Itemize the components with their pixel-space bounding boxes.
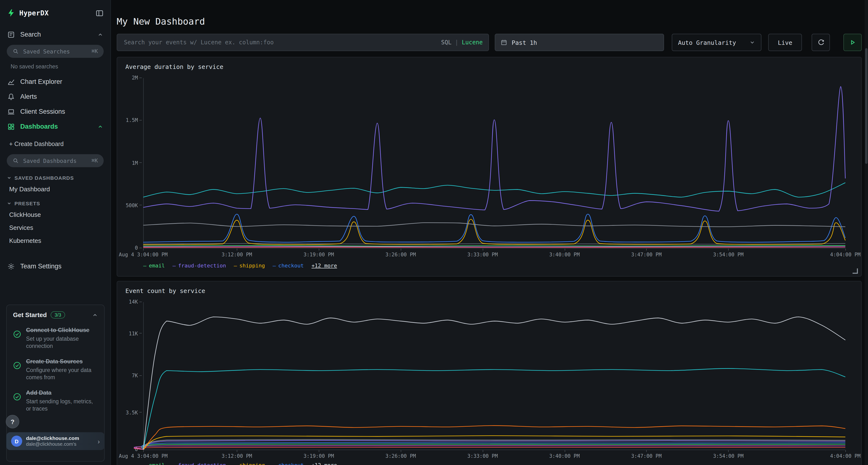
create-dashboard-button[interactable]: + Create Dashboard [0, 137, 111, 151]
user-email: dale@clickhouse.com [26, 435, 79, 441]
saved-dashboards-input[interactable] [22, 157, 88, 165]
query-language-toggle[interactable]: SQL | Lucene [441, 39, 483, 46]
panel-title: Event count by service [125, 287, 205, 294]
resize-corner-icon[interactable] [852, 268, 858, 274]
legend-item[interactable]: —email [143, 263, 165, 269]
saved-dashboards-section[interactable]: SAVED DASHBOARDS [0, 170, 111, 182]
saved-searches-search[interactable]: ⌘K [7, 45, 104, 58]
sidebar-item-alerts[interactable]: Alerts [0, 89, 111, 104]
x-tick-label: 3:33:00 PM [467, 453, 498, 459]
help-button[interactable]: ? [6, 415, 19, 428]
event-search-input[interactable] [123, 38, 437, 46]
time-range-picker[interactable]: Past 1h [495, 34, 664, 51]
hyperdx-logo-icon [7, 9, 16, 18]
search-nav-label: Search [20, 31, 41, 38]
check-circle-icon [13, 389, 22, 412]
sidebar-item-dashboards[interactable]: Dashboards [0, 119, 111, 134]
get-started-item[interactable]: Create Data Sources Configure where your… [13, 358, 98, 381]
search-nav-icon [7, 31, 15, 38]
client-sessions-label: Client Sessions [20, 108, 65, 115]
saved-dashboards-search[interactable]: ⌘K [7, 154, 104, 167]
y-tick-label: 2M [125, 75, 142, 80]
get-started-item-desc: Configure where your data comes from [26, 367, 98, 381]
get-started-item[interactable]: Add Data Start sending logs, metrics, or… [13, 389, 98, 412]
series-checkout [143, 214, 845, 242]
saved-searches-input[interactable] [22, 47, 88, 55]
x-tick-label: Aug 4 3:04:00 PM [119, 252, 167, 257]
x-tick-label: 3:54:00 PM [713, 453, 743, 459]
legend-item[interactable]: —email [143, 462, 165, 465]
granularity-select[interactable]: Auto Granularity [672, 34, 762, 51]
panel-title: Average duration by service [125, 63, 223, 70]
legend-item[interactable]: —checkout [273, 263, 304, 269]
search-icon [12, 158, 19, 164]
presets-section[interactable]: PRESETS [0, 196, 111, 208]
search-icon [12, 48, 19, 55]
chart-explorer-label: Chart Explorer [20, 78, 62, 85]
sql-toggle[interactable]: SQL [441, 39, 452, 46]
get-started-item-title: Create Data Sources [26, 358, 98, 365]
get-started-item-title: Connect to ClickHouse [26, 326, 98, 334]
get-started-item[interactable]: Connect to ClickHouse Set up your databa… [13, 326, 98, 350]
y-tick-label: 14K [125, 299, 142, 304]
sidebar-item-chart-explorer[interactable]: Chart Explorer [0, 74, 111, 89]
legend-item[interactable]: —shipping [234, 263, 265, 269]
series-email [142, 444, 845, 450]
shortcut-badge: ⌘K [92, 158, 98, 164]
user-menu[interactable]: D dale@clickhouse.com dale@clickhouse.co… [6, 432, 105, 450]
no-saved-searches-note: No saved searches [0, 61, 111, 74]
sidebar-item-search[interactable]: Search [0, 27, 111, 42]
collapse-sidebar-icon[interactable] [95, 9, 104, 17]
team-settings-label: Team Settings [20, 263, 61, 270]
refresh-button[interactable] [812, 34, 830, 51]
get-started-item-title: Add Data [26, 389, 98, 397]
legend-item[interactable]: —shipping [234, 462, 265, 465]
live-button[interactable]: Live [768, 34, 802, 51]
get-started-item-desc: Start sending logs, metrics, or traces [26, 398, 98, 413]
legend-dash-icon: — [273, 462, 276, 465]
legend-dash-icon: — [173, 462, 176, 465]
scrollbar-track[interactable] [865, 0, 868, 465]
legend-item[interactable]: —fraud-detection [173, 462, 226, 465]
scrollbar-thumb[interactable] [865, 48, 868, 164]
x-tick-label: 4:04:00 PM [830, 252, 861, 257]
legend-dash-icon: — [273, 263, 276, 269]
dashboards-grid-icon [7, 123, 15, 130]
legend-item[interactable]: —fraud-detection [173, 263, 226, 269]
chevron-up-icon[interactable] [92, 312, 98, 318]
run-query-button[interactable] [843, 34, 862, 51]
time-range-value: Past 1h [512, 39, 537, 46]
chart-legend: —email—fraud-detection—shipping—checkout… [143, 263, 337, 269]
chart-legend: —email—fraud-detection—shipping—checkout… [143, 462, 337, 465]
x-tick-label: 3:26:00 PM [385, 252, 416, 257]
legend-dash-icon: — [173, 263, 176, 269]
legend-more-link[interactable]: +12 more [311, 462, 337, 465]
series-teal [143, 368, 845, 450]
sidebar-item-clickhouse[interactable]: ClickHouse [0, 208, 111, 221]
lucene-toggle[interactable]: Lucene [462, 39, 483, 46]
x-tick-label: 4:04:00 PM [830, 453, 861, 459]
series-email [143, 245, 845, 246]
sidebar-item-services[interactable]: Services [0, 221, 111, 234]
sidebar-item-my-dashboard[interactable]: My Dashboard [0, 182, 111, 196]
chart-plot[interactable] [143, 302, 845, 450]
y-tick-label: 1M [125, 160, 142, 166]
x-tick-label: 3:19:00 PM [304, 252, 334, 257]
x-tick-label: 3:40:00 PM [549, 252, 580, 257]
get-started-title: Get Started [13, 311, 47, 319]
legend-item[interactable]: —checkout [273, 462, 304, 465]
x-tick-label: 3:47:00 PM [631, 252, 661, 257]
sidebar-item-client-sessions[interactable]: Client Sessions [0, 104, 111, 119]
y-tick-label: 3.5K [125, 409, 142, 415]
event-search-box[interactable]: SQL | Lucene [117, 34, 489, 51]
sidebar-item-kubernetes[interactable]: Kubernetes [0, 234, 111, 247]
series-checkout [142, 443, 845, 450]
get-started-item-desc: Set up your database connection [26, 335, 98, 350]
chart-plot[interactable] [143, 78, 845, 248]
chevron-down-icon [7, 175, 11, 180]
chart-panel-event-count: Event count by service 03.5K7K11K14KAug … [117, 281, 862, 465]
legend-more-link[interactable]: +12 more [311, 263, 337, 269]
sidebar: HyperDX Search ⌘K No saved searches Char… [0, 0, 111, 465]
sidebar-item-team-settings[interactable]: Team Settings [0, 259, 111, 274]
chevron-down-icon [749, 39, 755, 45]
